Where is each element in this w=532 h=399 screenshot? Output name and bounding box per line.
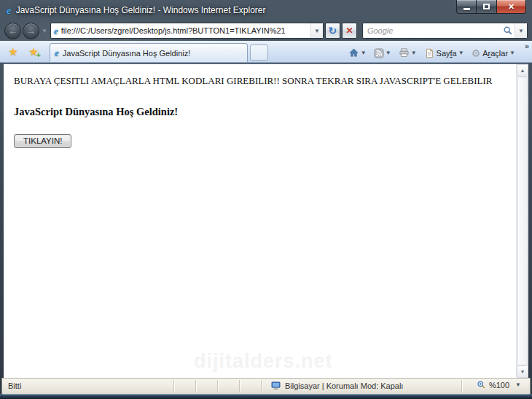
new-tab-button[interactable] — [250, 44, 268, 61]
minimize-icon — [463, 8, 470, 10]
statusbar-separator — [173, 380, 174, 392]
printer-icon — [399, 47, 410, 58]
zoom-dropdown-icon[interactable]: ▼ — [515, 381, 521, 388]
watermark-text: dijitalders.net — [194, 350, 333, 373]
gear-icon: ⚙ — [472, 48, 481, 58]
computer-icon — [270, 380, 281, 391]
search-input[interactable] — [367, 24, 503, 37]
maximize-icon — [483, 4, 490, 9]
security-zone[interactable]: Bilgisayar | Korumalı Mod: Kapalı — [270, 380, 403, 391]
print-button[interactable]: ▼ — [396, 46, 422, 60]
forward-button[interactable]: → — [23, 23, 39, 39]
refresh-button[interactable]: ↻ — [325, 23, 340, 39]
zoom-level-text: %100 — [489, 381, 509, 390]
search-icon[interactable] — [503, 26, 513, 36]
stop-button[interactable]: ✕ — [342, 23, 357, 39]
scroll-up-button[interactable]: ▲ — [517, 64, 528, 77]
stop-icon: ✕ — [345, 26, 353, 36]
browser-window: e JavaScript Dünyasına Hoş Geldiniz! - W… — [0, 0, 532, 399]
favorites-star-icon: ★ — [8, 45, 17, 58]
minimize-button[interactable] — [456, 0, 477, 14]
vertical-scrollbar[interactable]: ▲ ▼ — [516, 64, 528, 378]
command-bar: ▼ ▼ ▼ Sayfa ▼ ⚙ Araçlar ▼ — [346, 46, 520, 60]
page-icon — [424, 48, 434, 58]
add-plus-icon: + — [36, 50, 41, 59]
address-bar[interactable]: e ▼ — [50, 23, 324, 39]
zoom-magnifier-icon — [477, 380, 486, 390]
status-bar: Bitti Bilgisayar | Korumalı Mod: Kapalı … — [1, 378, 531, 394]
page-heading: JavaScript Dünyasına Hoş Geldiniz! — [14, 106, 511, 118]
tab-favicon-icon: e — [55, 47, 59, 58]
rss-feed-icon — [374, 48, 384, 58]
navigation-bar: ← → ▼ e ▼ ↻ ✕ ▼ — [0, 20, 532, 41]
toolbar-overflow-icon[interactable]: » — [525, 42, 529, 50]
statusbar-separator — [195, 380, 196, 392]
tab-javascript-page[interactable]: e JavaScript Dünyasına Hoş Geldiniz! — [50, 43, 248, 62]
add-favorite-button[interactable]: ★ + — [24, 43, 43, 61]
page-body: BURAYA ÇESITLI AMAÇLARLA HTML KODLARI GI… — [4, 64, 528, 118]
tab-title: JavaScript Dünyasına Hoş Geldiniz! — [63, 49, 190, 58]
recent-pages-dropdown[interactable]: ▼ — [42, 28, 47, 34]
maximize-button[interactable] — [477, 0, 496, 14]
scroll-down-button[interactable]: ▼ — [517, 365, 528, 378]
ie-logo-icon: e — [7, 5, 12, 16]
search-options-dropdown-icon[interactable]: ▼ — [515, 23, 527, 38]
home-button[interactable]: ▼ — [346, 46, 372, 60]
window-bottom-edge — [0, 394, 532, 399]
home-dropdown-icon[interactable]: ▼ — [361, 50, 367, 56]
close-button[interactable]: ✕ — [496, 0, 526, 14]
statusbar-separator — [461, 380, 462, 392]
statusbar-separator — [261, 380, 262, 392]
scrollbar-thumb[interactable] — [517, 77, 528, 365]
address-dropdown-icon[interactable]: ▼ — [310, 23, 323, 38]
page-viewport: BURAYA ÇESITLI AMAÇLARLA HTML KODLARI GI… — [4, 63, 528, 378]
page-menu-button[interactable]: Sayfa ▼ — [422, 47, 469, 60]
security-zone-text: Bilgisayar | Korumalı Mod: Kapalı — [285, 381, 403, 390]
statusbar-separator — [217, 380, 218, 392]
tools-dropdown-icon[interactable]: ▼ — [509, 50, 515, 56]
page-dropdown-icon[interactable]: ▼ — [458, 50, 464, 56]
tab-strip: ★ ★ + e JavaScript Dünyasına Hoş Geldini… — [0, 41, 532, 63]
page-menu-label: Sayfa — [437, 49, 457, 58]
address-input[interactable] — [61, 24, 310, 37]
status-text: Bitti — [8, 381, 21, 390]
window-title: JavaScript Dünyasına Hoş Geldiniz! - Win… — [16, 5, 266, 15]
print-dropdown-icon[interactable]: ▼ — [411, 50, 417, 56]
intro-paragraph: BURAYA ÇESITLI AMAÇLARLA HTML KODLARI GI… — [14, 73, 511, 88]
feeds-button[interactable]: ▼ — [372, 47, 396, 60]
favorites-center-button[interactable]: ★ — [4, 43, 23, 61]
home-icon — [348, 47, 359, 58]
title-bar[interactable]: e JavaScript Dünyasına Hoş Geldiniz! - W… — [0, 0, 532, 20]
tiklayin-button[interactable]: TIKLAYIN! — [14, 134, 71, 148]
page-favicon-icon: e — [54, 26, 58, 36]
search-box[interactable]: ▼ — [362, 23, 528, 39]
tools-menu-button[interactable]: ⚙ Araçlar ▼ — [469, 47, 520, 60]
back-button[interactable]: ← — [4, 23, 21, 39]
tools-menu-label: Araçlar — [482, 49, 508, 58]
window-controls: ✕ — [456, 0, 526, 14]
statusbar-separator — [239, 380, 240, 392]
zoom-control[interactable]: %100 ▼ — [477, 380, 524, 390]
refresh-icon: ↻ — [329, 25, 337, 36]
feeds-dropdown-icon[interactable]: ▼ — [386, 50, 391, 56]
